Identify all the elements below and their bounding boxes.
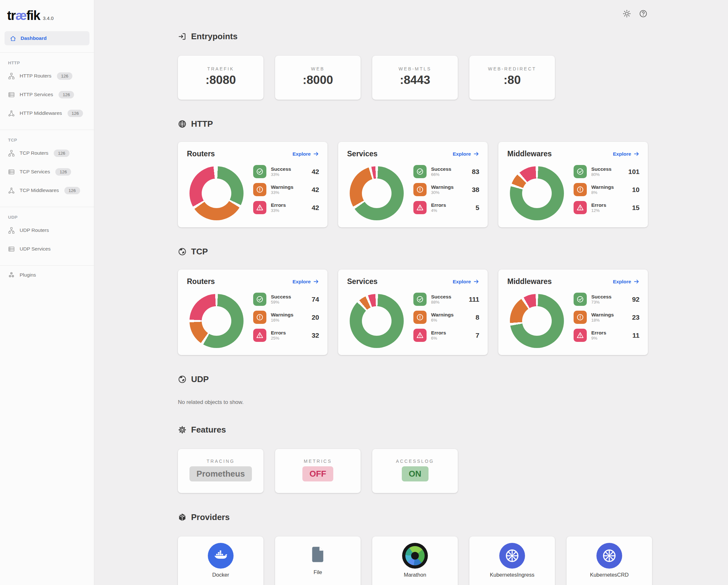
- divider: [0, 52, 94, 53]
- errors-icon: [413, 329, 426, 342]
- sidebar-section-label: HTTP: [8, 60, 94, 65]
- provider-label: File: [275, 569, 361, 575]
- entrypoint-name: WEB-MTLS: [372, 66, 458, 72]
- legend-label: Errors: [591, 330, 606, 336]
- explore-link[interactable]: Explore: [292, 151, 319, 157]
- donut-hole: [362, 306, 391, 336]
- sidebar-item-label: Dashboard: [21, 35, 47, 41]
- legend-value: 5: [475, 204, 479, 212]
- sidebar-item-plugins[interactable]: Plugins: [0, 266, 94, 284]
- middlewares-icon: [8, 187, 15, 194]
- legend-label: Errors: [271, 330, 286, 336]
- count-badge: 126: [57, 72, 73, 80]
- provider-icon-wrap: [178, 543, 263, 568]
- explore-link[interactable]: Explore: [452, 151, 479, 157]
- donut-hole: [522, 179, 552, 208]
- explore-link[interactable]: Explore: [292, 278, 319, 285]
- sidebar-sections: HTTPHTTP Routers126HTTP Services126HTTP …: [0, 52, 94, 258]
- entrypoint-card: TRAEFIK:8080: [178, 56, 263, 100]
- sidebar-item-http-middlewares[interactable]: HTTP Middlewares126: [0, 104, 94, 123]
- middlewares-icon: [8, 110, 15, 117]
- legend-text: Warnings6%: [431, 312, 453, 323]
- legend-label: Errors: [431, 203, 446, 208]
- legend-row: Errors12%15: [574, 201, 640, 214]
- legend-percent: 6%: [431, 318, 453, 322]
- udp-section: UDP No related objects to show.: [178, 374, 728, 405]
- legend-percent: 80%: [591, 172, 612, 177]
- section-title: UDP: [191, 374, 209, 384]
- legend-row: Success59%74: [253, 293, 319, 306]
- logo-text: fik: [26, 8, 40, 23]
- legend-value: 42: [312, 186, 319, 194]
- provider-label: Marathon: [372, 572, 458, 578]
- provider-label: KubernetesCRD: [567, 572, 652, 578]
- legend-row: Warnings30%38: [413, 183, 479, 196]
- explore-link[interactable]: Explore: [452, 278, 479, 285]
- kubernetes-logo-icon: [499, 543, 525, 568]
- legend-percent: 16%: [271, 318, 293, 322]
- traefik-logo: træfik 3.4.0: [0, 8, 94, 23]
- legend-value: 20: [312, 314, 319, 321]
- legend-percent: 12%: [591, 208, 606, 213]
- legend-value: 23: [632, 314, 640, 321]
- legend-row: Success80%101: [574, 165, 640, 178]
- explore-link[interactable]: Explore: [613, 151, 640, 157]
- legend-label: Warnings: [591, 185, 614, 190]
- explore-label: Explore: [452, 279, 471, 285]
- legend-percent: 4%: [431, 208, 446, 213]
- sidebar-item-tcp-middlewares[interactable]: TCP Middlewares126: [0, 181, 94, 200]
- kubernetes-logo-icon: [596, 543, 622, 568]
- legend-text: Success33%: [271, 167, 291, 177]
- sidebar-item-label: TCP Services: [20, 169, 50, 175]
- entrypoints-section: Entrypoints TRAEFIK:8080WEB:8000WEB-MTLS…: [178, 31, 728, 100]
- sidebar-item-dashboard[interactable]: Dashboard: [4, 31, 89, 45]
- legend-text: Success80%: [591, 167, 612, 177]
- legend-text: Warnings8%: [591, 185, 614, 195]
- section-heading: Entrypoints: [178, 31, 728, 42]
- legend-text: Errors4%: [431, 203, 446, 213]
- protocol-sections: HTTPRoutersExploreSuccess33%42Warnings33…: [178, 119, 728, 355]
- success-icon: [413, 293, 426, 306]
- explore-label: Explore: [613, 151, 631, 157]
- explore-label: Explore: [292, 151, 311, 157]
- divider: [0, 130, 94, 130]
- legend-row: Errors9%11: [574, 329, 640, 342]
- sidebar-item-tcp-routers[interactable]: TCP Routers126: [0, 144, 94, 162]
- feature-cards: TRACINGPrometheusMETRICSOFFACCESSLOGON: [178, 449, 728, 493]
- legend-percent: 9%: [591, 336, 606, 340]
- sidebar-item-http-services[interactable]: HTTP Services126: [0, 85, 94, 104]
- count-badge: 126: [68, 110, 83, 117]
- legend-label: Success: [591, 167, 612, 172]
- legend-row: Success33%42: [253, 165, 319, 178]
- donut-hole: [202, 306, 231, 336]
- warnings-icon: [574, 311, 587, 324]
- entrypoint-name: TRAEFIK: [178, 66, 263, 72]
- sidebar-item-label: Plugins: [20, 272, 36, 278]
- entrypoint-name: WEB: [275, 66, 361, 72]
- legend-label: Errors: [271, 203, 286, 208]
- sidebar-item-udp-services[interactable]: UDP Services: [0, 240, 94, 258]
- count-badge: 126: [55, 168, 71, 176]
- docker-logo-icon: [208, 543, 234, 568]
- globe-icon: [178, 375, 187, 384]
- stat-card: ServicesExploreSuccess88%111Warnings6%8E…: [338, 269, 488, 355]
- sidebar-item-http-routers[interactable]: HTTP Routers126: [0, 67, 94, 85]
- protocol-section: TCPRoutersExploreSuccess59%74Warnings16%…: [178, 247, 728, 355]
- plugins-icon: [8, 272, 15, 278]
- feature-card: TRACINGPrometheus: [178, 449, 263, 493]
- card-title: Middlewares: [507, 277, 552, 286]
- legend-text: Errors25%: [271, 330, 286, 341]
- legend-percent: 66%: [431, 172, 451, 177]
- explore-link[interactable]: Explore: [613, 278, 640, 285]
- warnings-icon: [413, 183, 426, 196]
- provider-label: Docker: [178, 572, 263, 578]
- count-badge: 126: [64, 187, 80, 194]
- legend-text: Errors6%: [431, 330, 446, 341]
- sidebar-item-udp-routers[interactable]: UDP Routers: [0, 221, 94, 240]
- card-title: Routers: [187, 150, 215, 158]
- feature-card: ACCESSLOGON: [372, 449, 458, 493]
- provider-card: KubernetesCRD: [567, 536, 652, 585]
- sidebar-item-tcp-services[interactable]: TCP Services126: [0, 162, 94, 181]
- legend-percent: 25%: [271, 336, 286, 340]
- provider-icon-wrap: [372, 543, 458, 568]
